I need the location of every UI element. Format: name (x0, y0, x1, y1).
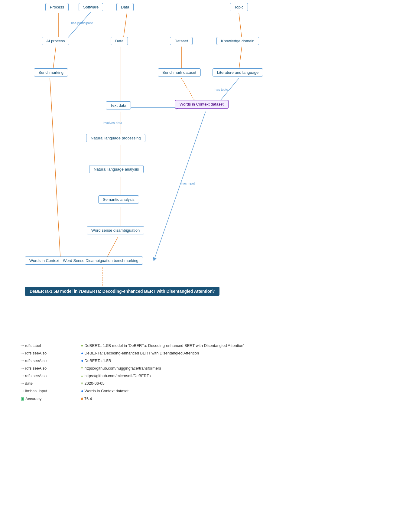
meta-row-date: ⇢ date ≡ 2020-06-05 (18, 380, 388, 387)
node-topic[interactable]: Topic (230, 3, 248, 11)
meta-key: ⇢ date (18, 380, 79, 387)
meta-row-has-input: ⇢ ito:has_input ● Words in Context datas… (18, 387, 388, 395)
svg-line-15 (50, 78, 60, 259)
list-icon: ≡ (81, 366, 83, 370)
meta-row-accuracy: ▣ Accuracy # 76.4 (18, 395, 388, 403)
meta-key: ⇢ ito:has_input (18, 387, 79, 395)
svg-line-3 (123, 13, 127, 39)
node-software[interactable]: Software (79, 3, 103, 11)
meta-value: # 76.4 (79, 395, 388, 403)
arrow-icon: ⇢ (21, 358, 24, 363)
node-benchmarking[interactable]: Benchmarking (34, 68, 68, 77)
meta-row-rdfs-seealso-1: ⇢ rdfs:seeAlso ● DeBERTa: Decoding-enhan… (18, 349, 388, 357)
meta-row-rdfs-seealso-2: ⇢ rdfs:seeAlso ● DeBERTa-1.5B (18, 357, 388, 364)
arrow-icon: ⇢ (21, 381, 24, 386)
meta-row-rdfs-label: ⇢ rdfs:label ≡ DeBERTa-1.5B model in 'De… (18, 342, 388, 349)
metadata-table: ⇢ rdfs:label ≡ DeBERTa-1.5B model in 'De… (18, 342, 388, 403)
node-nlp[interactable]: Natural language processing (86, 134, 145, 142)
svg-line-17 (154, 112, 206, 259)
node-literature-language[interactable]: Literature and language (213, 68, 263, 77)
node-knowledge-domain[interactable]: Knowledge domain (216, 37, 259, 45)
arrow-icon: ⇢ (21, 389, 24, 393)
node-deberta[interactable]: DeBERTa-1.5B model in \'DeBERTa: Decodin… (25, 287, 219, 296)
node-semantic-analysis[interactable]: Semantic analysis (98, 195, 139, 204)
arrow-icon: ⇢ (21, 343, 24, 348)
arrows-svg (0, 0, 406, 333)
node-ai-process[interactable]: AI process (42, 37, 69, 45)
meta-row-rdfs-seealso-4: ⇢ rdfs:seeAlso ≡ https://github.com/micr… (18, 372, 388, 380)
meta-key: ⇢ rdfs:seeAlso (18, 357, 79, 364)
meta-key: ⇢ rdfs:label (18, 342, 79, 349)
meta-value: ● Words in Context dataset (79, 387, 388, 395)
dot-icon: ● (81, 389, 83, 393)
node-wic-benchmarking[interactable]: Words in Context - Word Sense Disambigua… (25, 256, 143, 265)
svg-line-6 (239, 47, 242, 70)
meta-value: ≡ https://github.com/huggingface/transfo… (79, 364, 388, 372)
has-participant-label: has participant (71, 21, 93, 25)
knowledge-graph-diagram: has participant involves data has topic … (0, 0, 406, 333)
square-icon: ▣ (21, 396, 24, 401)
node-dataset[interactable]: Dataset (170, 37, 193, 45)
svg-line-1 (53, 47, 56, 70)
node-process[interactable]: Process (45, 3, 69, 11)
arrow-icon: ⇢ (21, 374, 24, 378)
list-icon: ≡ (81, 343, 83, 348)
meta-key: ⇢ rdfs:seeAlso (18, 349, 79, 357)
involves-data-label: involves data (103, 121, 122, 125)
node-words-in-context-dataset[interactable]: Words in Context dataset (175, 100, 229, 109)
arrow-icon: ⇢ (21, 366, 24, 370)
svg-line-2 (67, 12, 91, 39)
list-icon: ≡ (81, 374, 83, 378)
has-input-label: has input (181, 181, 195, 185)
node-word-sense[interactable]: Word sense disambiguation (87, 226, 144, 234)
meta-key: ▣ Accuracy (18, 395, 79, 403)
node-data-mid[interactable]: Data (111, 37, 128, 45)
node-text-data[interactable]: Text data (106, 101, 131, 109)
meta-value: ≡ DeBERTa-1.5B model in 'DeBERTa: Decodi… (79, 342, 388, 349)
meta-key: ⇢ rdfs:seeAlso (18, 364, 79, 372)
svg-line-14 (106, 237, 118, 259)
has-topic-label: has topic (215, 88, 228, 91)
dot-icon: ● (81, 351, 83, 355)
node-data-top[interactable]: Data (116, 3, 134, 11)
meta-key: ⇢ rdfs:seeAlso (18, 372, 79, 380)
svg-line-5 (239, 13, 242, 39)
meta-value: ● DeBERTa: Decoding-enhanced BERT with D… (79, 349, 388, 357)
arrow-icon: ⇢ (21, 351, 24, 355)
node-benchmark-dataset[interactable]: Benchmark dataset (158, 68, 201, 77)
meta-value: ● DeBERTa-1.5B (79, 357, 388, 364)
dot-icon: ● (81, 358, 83, 363)
meta-value: ≡ 2020-06-05 (79, 380, 388, 387)
meta-value: ≡ https://github.com/microsoft/DeBERTa (79, 372, 388, 380)
hash-icon: # (81, 397, 83, 401)
node-nla[interactable]: Natural language analysis (89, 165, 144, 173)
meta-row-rdfs-seealso-3: ⇢ rdfs:seeAlso ≡ https://github.com/hugg… (18, 364, 388, 372)
list-icon: ≡ (81, 381, 83, 386)
metadata-section: ⇢ rdfs:label ≡ DeBERTa-1.5B model in 'De… (0, 333, 406, 412)
